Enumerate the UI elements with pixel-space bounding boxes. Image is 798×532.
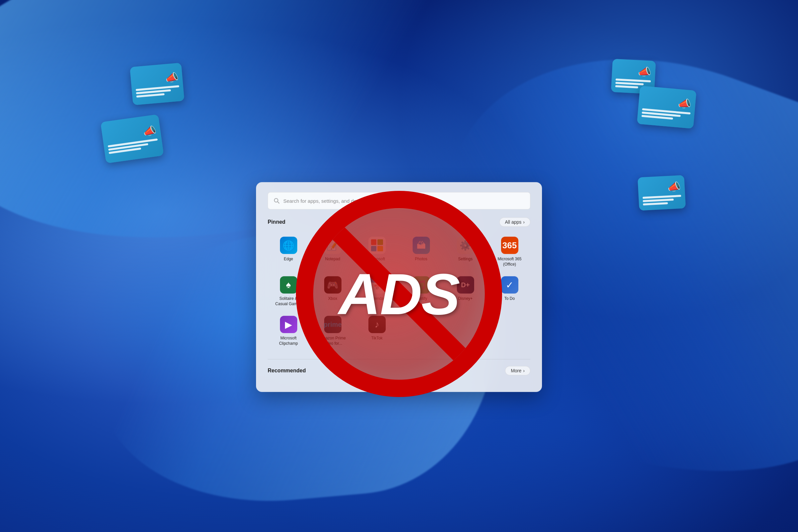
all-apps-chevron: › [523,220,525,225]
megaphone-icon-2: 📣 [638,65,652,78]
ad-lines-4 [641,108,690,121]
ad-lines-1 [136,85,180,97]
ad-lines-5 [643,195,682,206]
ad-icon-4: 📣 [637,86,696,129]
ads-text: ADS [339,261,459,327]
svg-line-1 [278,202,279,204]
no-symbol: ADS [296,191,502,397]
more-chevron: › [523,368,525,373]
svg-point-0 [274,198,278,202]
megaphone-icon-1: 📣 [165,71,179,84]
no-ads-overlay: ADS [283,177,515,410]
ad-icon-3: 📣 [100,114,164,163]
ad-lines-3 [108,138,158,154]
search-icon [273,197,280,204]
ad-icon-5: 📣 [638,175,686,210]
megaphone-icon-4: 📣 [678,97,692,110]
megaphone-icon-3: 📣 [142,124,157,138]
megaphone-icon-5: 📣 [667,180,681,193]
no-ads-circle: ADS [296,191,502,397]
ad-icon-1: 📣 [130,62,184,105]
